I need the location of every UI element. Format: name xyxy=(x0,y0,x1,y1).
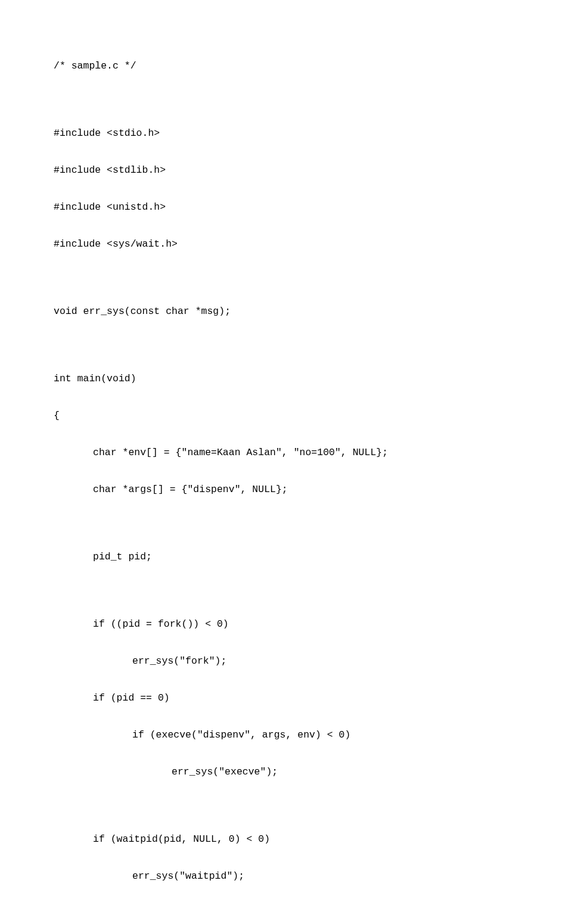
code-line: err_sys("waitpid"); xyxy=(54,870,518,883)
code-line: #include <unistd.h> xyxy=(54,201,518,214)
code-line: if (execve("dispenv", args, env) < 0) xyxy=(54,729,518,742)
code-line: int main(void) xyxy=(54,373,518,385)
code-line: #include <stdlib.h> xyxy=(54,164,518,177)
code-line: char *args[] = {"dispenv", NULL}; xyxy=(54,484,518,496)
code-line: err_sys("execve"); xyxy=(54,766,518,779)
code-line: char *env[] = {"name=Kaan Aslan", "no=10… xyxy=(54,447,518,459)
code-line: { xyxy=(54,410,518,422)
code-line: void err_sys(const char *msg); xyxy=(54,306,518,318)
code-line: if (waitpid(pid, NULL, 0) < 0) xyxy=(54,833,518,846)
code-line: #include <sys/wait.h> xyxy=(54,238,518,251)
code-line: if (pid == 0) xyxy=(54,692,518,705)
code-line: /* sample.c */ xyxy=(54,60,518,73)
code-block-1: /* sample.c */ #include <stdio.h> #inclu… xyxy=(54,36,518,924)
code-line: #include <stdio.h> xyxy=(54,127,518,140)
document-page: /* sample.c */ #include <stdio.h> #inclu… xyxy=(0,0,572,924)
code-line: err_sys("fork"); xyxy=(54,655,518,668)
code-line: pid_t pid; xyxy=(54,551,518,564)
code-line: if ((pid = fork()) < 0) xyxy=(54,618,518,631)
